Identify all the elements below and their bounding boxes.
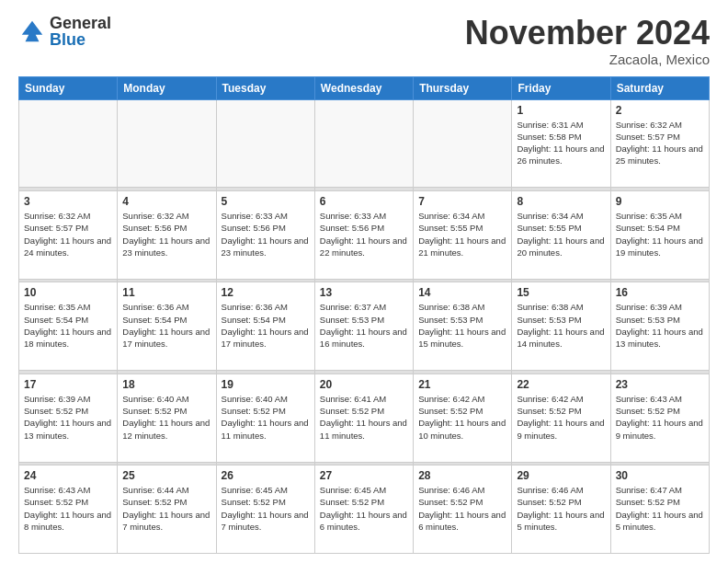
day-info: Sunrise: 6:40 AM Sunset: 5:52 PM Dayligh… bbox=[222, 393, 310, 442]
day-number: 23 bbox=[616, 378, 704, 391]
day-info: Sunrise: 6:39 AM Sunset: 5:53 PM Dayligh… bbox=[616, 301, 704, 350]
header: General Blue November 2024 Zacaola, Mexi… bbox=[18, 15, 710, 67]
day-cell: 17Sunrise: 6:39 AM Sunset: 5:52 PM Dayli… bbox=[19, 373, 118, 462]
day-number: 20 bbox=[320, 378, 408, 391]
day-cell: 15Sunrise: 6:38 AM Sunset: 5:53 PM Dayli… bbox=[512, 282, 610, 371]
day-number: 4 bbox=[122, 195, 210, 208]
day-number: 13 bbox=[320, 286, 408, 299]
day-info: Sunrise: 6:31 AM Sunset: 5:58 PM Dayligh… bbox=[517, 119, 605, 167]
title-block: November 2024 Zacaola, Mexico bbox=[465, 15, 710, 67]
logo-icon bbox=[18, 17, 46, 45]
day-number: 25 bbox=[122, 469, 210, 482]
day-info: Sunrise: 6:42 AM Sunset: 5:52 PM Dayligh… bbox=[418, 393, 506, 442]
day-cell: 28Sunrise: 6:46 AM Sunset: 5:52 PM Dayli… bbox=[414, 465, 512, 554]
day-number: 9 bbox=[616, 195, 704, 208]
day-cell: 21Sunrise: 6:42 AM Sunset: 5:52 PM Dayli… bbox=[414, 373, 512, 462]
week-row-4: 17Sunrise: 6:39 AM Sunset: 5:52 PM Dayli… bbox=[19, 373, 710, 462]
day-info: Sunrise: 6:33 AM Sunset: 5:56 PM Dayligh… bbox=[320, 210, 408, 259]
day-number: 26 bbox=[222, 469, 310, 482]
day-info: Sunrise: 6:32 AM Sunset: 5:57 PM Dayligh… bbox=[616, 119, 704, 167]
day-info: Sunrise: 6:42 AM Sunset: 5:52 PM Dayligh… bbox=[517, 393, 605, 442]
logo-blue-text: Blue bbox=[50, 30, 85, 49]
day-cell: 25Sunrise: 6:44 AM Sunset: 5:52 PM Dayli… bbox=[118, 465, 216, 554]
logo-general-text: General bbox=[50, 14, 111, 32]
day-number: 6 bbox=[320, 195, 408, 208]
day-cell: 16Sunrise: 6:39 AM Sunset: 5:53 PM Dayli… bbox=[610, 282, 709, 371]
day-info: Sunrise: 6:34 AM Sunset: 5:55 PM Dayligh… bbox=[418, 210, 506, 259]
day-number: 21 bbox=[418, 378, 506, 391]
day-number: 15 bbox=[517, 286, 605, 299]
weekday-thursday: Thursday bbox=[414, 76, 512, 99]
day-info: Sunrise: 6:38 AM Sunset: 5:53 PM Dayligh… bbox=[418, 301, 506, 350]
weekday-saturday: Saturday bbox=[610, 76, 709, 99]
day-cell: 26Sunrise: 6:45 AM Sunset: 5:52 PM Dayli… bbox=[216, 465, 314, 554]
day-cell: 14Sunrise: 6:38 AM Sunset: 5:53 PM Dayli… bbox=[414, 282, 512, 371]
day-info: Sunrise: 6:44 AM Sunset: 5:52 PM Dayligh… bbox=[122, 484, 210, 533]
day-info: Sunrise: 6:33 AM Sunset: 5:56 PM Dayligh… bbox=[222, 210, 310, 259]
logo: General Blue bbox=[18, 15, 111, 48]
day-number: 7 bbox=[418, 195, 506, 208]
day-info: Sunrise: 6:38 AM Sunset: 5:53 PM Dayligh… bbox=[517, 301, 605, 350]
day-info: Sunrise: 6:32 AM Sunset: 5:56 PM Dayligh… bbox=[122, 210, 210, 259]
week-row-5: 24Sunrise: 6:43 AM Sunset: 5:52 PM Dayli… bbox=[19, 465, 710, 554]
day-info: Sunrise: 6:45 AM Sunset: 5:52 PM Dayligh… bbox=[320, 484, 408, 533]
day-cell: 3Sunrise: 6:32 AM Sunset: 5:57 PM Daylig… bbox=[19, 190, 118, 279]
day-info: Sunrise: 6:34 AM Sunset: 5:55 PM Dayligh… bbox=[517, 210, 605, 259]
day-info: Sunrise: 6:46 AM Sunset: 5:52 PM Dayligh… bbox=[517, 484, 605, 533]
day-cell: 22Sunrise: 6:42 AM Sunset: 5:52 PM Dayli… bbox=[512, 373, 610, 462]
day-cell: 9Sunrise: 6:35 AM Sunset: 5:54 PM Daylig… bbox=[610, 190, 709, 279]
day-cell: 2Sunrise: 6:32 AM Sunset: 5:57 PM Daylig… bbox=[610, 99, 709, 188]
day-number: 12 bbox=[222, 286, 310, 299]
day-cell bbox=[19, 99, 118, 188]
day-number: 29 bbox=[517, 469, 605, 482]
week-row-1: 1Sunrise: 6:31 AM Sunset: 5:58 PM Daylig… bbox=[19, 99, 710, 188]
day-cell: 10Sunrise: 6:35 AM Sunset: 5:54 PM Dayli… bbox=[19, 282, 118, 371]
day-cell bbox=[118, 99, 216, 188]
day-number: 22 bbox=[517, 378, 605, 391]
day-cell: 6Sunrise: 6:33 AM Sunset: 5:56 PM Daylig… bbox=[314, 190, 413, 279]
day-number: 30 bbox=[616, 469, 704, 482]
day-number: 5 bbox=[222, 195, 310, 208]
svg-marker-0 bbox=[22, 21, 43, 42]
page: General Blue November 2024 Zacaola, Mexi… bbox=[0, 0, 728, 563]
day-cell: 20Sunrise: 6:41 AM Sunset: 5:52 PM Dayli… bbox=[314, 373, 413, 462]
day-number: 16 bbox=[616, 286, 704, 299]
day-cell: 5Sunrise: 6:33 AM Sunset: 5:56 PM Daylig… bbox=[216, 190, 314, 279]
day-cell: 18Sunrise: 6:40 AM Sunset: 5:52 PM Dayli… bbox=[118, 373, 216, 462]
day-info: Sunrise: 6:36 AM Sunset: 5:54 PM Dayligh… bbox=[122, 301, 210, 350]
weekday-wednesday: Wednesday bbox=[314, 76, 413, 99]
day-info: Sunrise: 6:39 AM Sunset: 5:52 PM Dayligh… bbox=[24, 393, 112, 442]
day-number: 11 bbox=[122, 286, 210, 299]
day-cell: 13Sunrise: 6:37 AM Sunset: 5:53 PM Dayli… bbox=[314, 282, 413, 371]
week-row-3: 10Sunrise: 6:35 AM Sunset: 5:54 PM Dayli… bbox=[19, 282, 710, 371]
location: Zacaola, Mexico bbox=[465, 52, 710, 67]
weekday-sunday: Sunday bbox=[19, 76, 118, 99]
day-cell: 11Sunrise: 6:36 AM Sunset: 5:54 PM Dayli… bbox=[118, 282, 216, 371]
week-row-2: 3Sunrise: 6:32 AM Sunset: 5:57 PM Daylig… bbox=[19, 190, 710, 279]
day-number: 10 bbox=[24, 286, 112, 299]
day-cell: 4Sunrise: 6:32 AM Sunset: 5:56 PM Daylig… bbox=[118, 190, 216, 279]
day-cell: 8Sunrise: 6:34 AM Sunset: 5:55 PM Daylig… bbox=[512, 190, 610, 279]
day-number: 18 bbox=[122, 378, 210, 391]
day-number: 27 bbox=[320, 469, 408, 482]
day-number: 28 bbox=[418, 469, 506, 482]
weekday-monday: Monday bbox=[118, 76, 216, 99]
day-cell: 27Sunrise: 6:45 AM Sunset: 5:52 PM Dayli… bbox=[314, 465, 413, 554]
day-info: Sunrise: 6:37 AM Sunset: 5:53 PM Dayligh… bbox=[320, 301, 408, 350]
month-title: November 2024 bbox=[465, 15, 710, 52]
day-info: Sunrise: 6:41 AM Sunset: 5:52 PM Dayligh… bbox=[320, 393, 408, 442]
day-cell: 24Sunrise: 6:43 AM Sunset: 5:52 PM Dayli… bbox=[19, 465, 118, 554]
day-number: 8 bbox=[517, 195, 605, 208]
day-info: Sunrise: 6:36 AM Sunset: 5:54 PM Dayligh… bbox=[222, 301, 310, 350]
day-cell bbox=[414, 99, 512, 188]
day-info: Sunrise: 6:45 AM Sunset: 5:52 PM Dayligh… bbox=[222, 484, 310, 533]
day-cell bbox=[216, 99, 314, 188]
day-cell bbox=[314, 99, 413, 188]
day-number: 1 bbox=[517, 104, 605, 117]
weekday-tuesday: Tuesday bbox=[216, 76, 314, 99]
day-info: Sunrise: 6:43 AM Sunset: 5:52 PM Dayligh… bbox=[24, 484, 112, 533]
day-cell: 19Sunrise: 6:40 AM Sunset: 5:52 PM Dayli… bbox=[216, 373, 314, 462]
day-cell: 30Sunrise: 6:47 AM Sunset: 5:52 PM Dayli… bbox=[610, 465, 709, 554]
calendar-table: Sunday Monday Tuesday Wednesday Thursday… bbox=[18, 76, 710, 554]
day-number: 14 bbox=[418, 286, 506, 299]
